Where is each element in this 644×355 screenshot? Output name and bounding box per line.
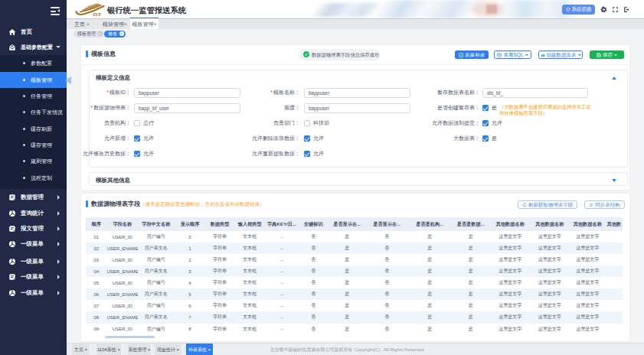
- svg-text:IST: IST: [93, 11, 102, 17]
